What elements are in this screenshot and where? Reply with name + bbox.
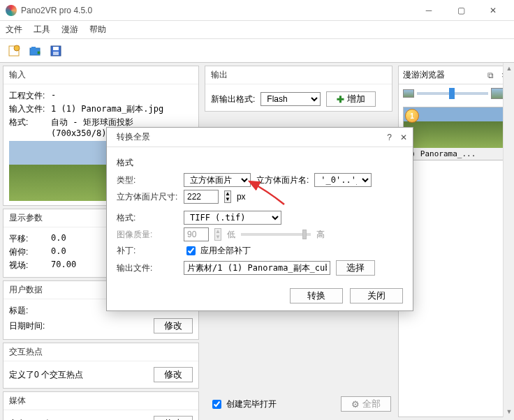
hotspot-text: 定义了0 个交互热点 [9, 369, 83, 381]
patch-label: 补丁: [117, 245, 178, 257]
svg-rect-6 [53, 52, 59, 55]
convert-panorama-dialog: 转换全景 ? ✕ 格式 类型: 立方体面片 立方体面片名: '_0'..'_5'… [106, 127, 413, 311]
finish-open-row[interactable]: 创建完毕打开 [210, 398, 277, 411]
new-output-format-label: 新输出格式: [211, 93, 255, 105]
plus-icon: ✚ [337, 94, 344, 105]
dialog-title: 转换全景 [117, 131, 387, 143]
title-label: 标题: [9, 305, 51, 317]
finish-open-checkbox[interactable] [212, 400, 221, 409]
svg-rect-5 [53, 47, 59, 50]
size-small-icon[interactable] [403, 89, 414, 98]
finish-open-label: 创建完毕打开 [226, 398, 277, 410]
menu-help[interactable]: 帮助 [89, 24, 106, 36]
medal-icon: 1 [405, 109, 419, 123]
input-panel-header: 输入 [3, 66, 198, 84]
datetime-label: 日期时间: [9, 320, 51, 332]
window-titlebar: Pano2VR pro 4.5.0 ─ ▢ ✕ [0, 0, 514, 21]
project-file-label: 工程文件: [9, 90, 51, 102]
tour-browser-panel: 漫游浏览器 ⧉ × 1 1) Panorama_... [398, 66, 511, 417]
q-spin-down-icon: ▼ [215, 234, 221, 240]
dialog-close-icon[interactable]: ✕ [400, 133, 407, 142]
output-file-input[interactable] [184, 261, 330, 275]
output-format-select[interactable]: Flash [260, 92, 321, 106]
hotspot-panel: 交互热点 定义了0 个交互热点 修改 [3, 343, 199, 389]
gear-icon: ⚙ [351, 399, 360, 410]
patch-checkbox[interactable] [186, 246, 196, 255]
type-label: 类型: [117, 174, 178, 186]
output-panel: 输出 新输出格式: Flash ✚ 增加 [205, 66, 392, 112]
menu-file[interactable]: 文件 [6, 24, 22, 36]
open-project-icon[interactable] [27, 43, 43, 59]
quality-high: 高 [316, 229, 325, 241]
menu-tools[interactable]: 工具 [34, 24, 50, 36]
quality-slider [241, 233, 311, 236]
input-file-label: 输入文件: [9, 103, 51, 115]
undock-icon[interactable]: ⧉ [487, 70, 494, 80]
hotspot-panel-header: 交互热点 [3, 343, 198, 361]
spin-down-icon[interactable]: ▼ [225, 197, 230, 202]
vertical-scrollbar[interactable]: ▲ ▼ [503, 63, 514, 417]
image-format-label: 格式: [117, 212, 178, 224]
face-name-label: 立方体面片名: [256, 174, 309, 186]
face-size-label: 立方体面片尺寸: [117, 191, 178, 203]
patch-check-row[interactable]: 应用全部补丁 [184, 244, 251, 257]
app-icon [6, 5, 17, 16]
svg-point-1 [14, 45, 20, 51]
thumbnail-size-slider[interactable] [417, 92, 488, 95]
fov-label: 视场: [9, 260, 51, 271]
input-file-value: 1 (1) Panorama_副本.jpg [51, 103, 193, 115]
window-title: Pano2VR pro 4.5.0 [21, 6, 413, 15]
output-panel-header: 输出 [205, 66, 392, 84]
px-label: px [237, 192, 246, 202]
select-file-button[interactable]: 选择 [336, 260, 375, 276]
pan-label: 平移: [9, 233, 51, 245]
menu-tour[interactable]: 漫游 [61, 24, 78, 36]
scroll-down-icon[interactable]: ▼ [504, 406, 514, 417]
toolbar [0, 39, 514, 63]
type-select[interactable]: 立方体面片 [184, 173, 251, 187]
all-button[interactable]: ⚙ 全部 [341, 396, 391, 412]
all-button-label: 全部 [362, 398, 381, 410]
hotspot-modify-button[interactable]: 修改 [154, 367, 193, 382]
save-icon[interactable] [47, 43, 64, 59]
face-name-select[interactable]: '_0'..'_5' [314, 173, 372, 187]
add-output-button[interactable]: ✚ 增加 [326, 91, 376, 107]
convert-button[interactable]: 转换 [290, 288, 343, 303]
close-button[interactable]: ✕ [478, 1, 508, 20]
quality-input [184, 227, 209, 241]
tour-browser-header: 漫游浏览器 [403, 69, 445, 81]
scroll-up-icon[interactable]: ▲ [504, 63, 514, 74]
quality-label: 图像质量: [117, 229, 178, 241]
format-label: 格式: [9, 117, 51, 138]
quality-low: 低 [227, 229, 235, 241]
face-size-input[interactable] [184, 190, 219, 204]
tilt-label: 俯仰: [9, 246, 51, 258]
panorama-thumb-caption: 1) Panorama_... [404, 148, 506, 160]
menubar: 文件 工具 漫游 帮助 [0, 21, 514, 39]
media-text: 定义了 0 个项 [9, 418, 60, 421]
dialog-help-icon[interactable]: ? [387, 133, 392, 142]
panorama-thumbnail[interactable]: 1 1) Panorama_... [403, 107, 506, 160]
patch-check-label: 应用全部补丁 [200, 245, 251, 257]
minimize-button[interactable]: ─ [413, 1, 444, 20]
maximize-button[interactable]: ▢ [446, 1, 476, 20]
new-project-icon[interactable] [6, 43, 22, 59]
format-group-label: 格式 [117, 157, 403, 169]
media-panel-header: 媒体 [3, 392, 198, 410]
add-button-label: 增加 [347, 93, 365, 105]
media-panel: 媒体 定义了 0 个项 修改 [3, 391, 199, 420]
slider-thumb[interactable] [449, 88, 455, 99]
close-modal-button[interactable]: 关闭 [350, 288, 403, 303]
svg-rect-3 [31, 47, 36, 49]
project-file-value: - [51, 90, 193, 102]
userdata-modify-button[interactable]: 修改 [154, 318, 193, 333]
image-format-select[interactable]: TIFF (.tif) [184, 211, 281, 225]
media-modify-button[interactable]: 修改 [154, 416, 193, 420]
output-file-label: 输出文件: [117, 262, 178, 274]
